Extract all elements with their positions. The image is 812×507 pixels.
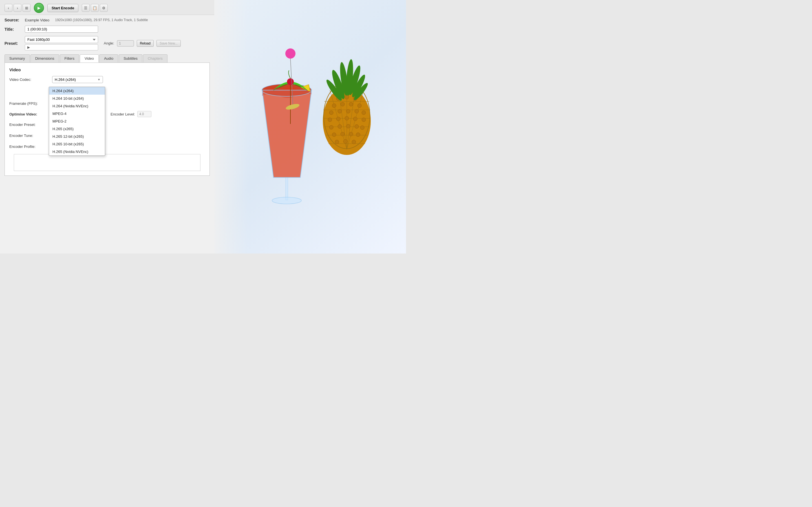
svg-point-26: [336, 117, 340, 121]
source-meta: 1920x1080 (1920x1080), 29.97 FPS, 1 Audi…: [55, 18, 148, 22]
svg-point-35: [332, 133, 336, 136]
preview-play-button[interactable]: ▶: [34, 3, 44, 13]
right-decoration: [214, 0, 406, 253]
source-row: Source: Example Video 1920x1080 (1920x10…: [0, 15, 214, 24]
svg-point-18: [349, 102, 353, 106]
svg-point-50: [272, 197, 301, 204]
svg-point-25: [328, 118, 332, 122]
angle-input[interactable]: [117, 40, 134, 47]
svg-point-19: [357, 104, 361, 108]
forward-button[interactable]: ›: [13, 4, 21, 12]
svg-point-29: [362, 118, 366, 122]
tab-filters[interactable]: Filters: [60, 54, 79, 62]
back-button[interactable]: ‹: [4, 4, 12, 12]
codec-option-h265-12bit[interactable]: H.265 12-bit (x265): [49, 133, 105, 140]
codec-option-h265-nvenc[interactable]: H.265 (Nvidia NVEnc): [49, 148, 105, 156]
video-panel: Video Video Codec: H.264 (x264) ▼ H.264 …: [4, 62, 210, 176]
queue-icon[interactable]: ☰: [82, 4, 90, 12]
source-label: Source:: [4, 18, 21, 22]
encoder-profile-label: Encoder Profile:: [9, 145, 49, 149]
svg-point-17: [341, 102, 345, 106]
tab-subtitles[interactable]: Subtitles: [119, 54, 142, 62]
codec-dropdown-arrow: ▼: [98, 78, 100, 81]
codec-option-h264-nvenc[interactable]: H.264 (Nvidia NVEnc): [49, 102, 105, 110]
summary-area: [14, 154, 200, 171]
encoder-preset-label: Encoder Preset:: [9, 122, 49, 127]
svg-point-27: [345, 116, 349, 120]
encoder-level-row: Encoder Level:: [110, 111, 151, 117]
start-encode-button[interactable]: Start Encode: [47, 4, 79, 12]
angle-label: Angle:: [104, 41, 114, 45]
preset-label: Preset:: [4, 41, 21, 46]
preset-row: Preset: Fast 1080p30 ▶ Angle: Reload Sav…: [0, 34, 214, 52]
codec-option-h265-10bit[interactable]: H.265 10-bit (x265): [49, 140, 105, 148]
nav-buttons: ‹ › ⊞: [4, 4, 31, 12]
codec-option-h265[interactable]: H.265 (x265): [49, 125, 105, 133]
activity-icon[interactable]: 📋: [91, 4, 99, 12]
reload-button[interactable]: Reload: [137, 40, 154, 47]
source-filename: Example Video: [25, 18, 49, 22]
optimise-row: Optimise Video: Fast Fast Decode Encoder…: [9, 111, 205, 117]
svg-point-24: [362, 111, 366, 115]
svg-point-23: [355, 109, 359, 113]
codec-option-mpeg2[interactable]: MPEG-2: [49, 117, 105, 125]
framerate-row: Framerate (FPS): Same as source 5 10 15 …: [9, 100, 205, 107]
svg-point-34: [360, 126, 364, 129]
video-codec-row: Video Codec: H.264 (x264) ▼ H.264 (x264)…: [9, 76, 205, 83]
codec-dropdown-menu: H.264 (x264) H.264 10-bit (x264) H.264 (…: [49, 87, 105, 156]
save-new-button[interactable]: Save New...: [156, 40, 181, 47]
svg-point-38: [356, 133, 360, 136]
svg-point-37: [349, 132, 353, 136]
svg-point-40: [343, 139, 347, 144]
header-bar: ‹ › ⊞ ▶ Start Encode ☰ 📋 ⚙: [0, 0, 214, 15]
svg-point-28: [353, 117, 357, 121]
title-label: Title:: [4, 27, 21, 32]
svg-point-31: [338, 124, 342, 128]
tab-chapters: Chapters: [143, 54, 167, 62]
codec-selected-value: H.264 (x264): [55, 77, 76, 82]
angle-reload-group: Angle: Reload Save New...: [104, 40, 181, 47]
settings-icon[interactable]: ⚙: [100, 4, 108, 12]
codec-option-h264[interactable]: H.264 (x264): [49, 87, 105, 95]
encoder-tune-row: Encoder Tune: None: [9, 132, 205, 139]
svg-point-33: [355, 124, 359, 128]
encoder-level-input[interactable]: [137, 111, 151, 117]
svg-point-16: [332, 104, 336, 108]
tab-summary[interactable]: Summary: [4, 54, 30, 62]
svg-point-30: [329, 125, 333, 129]
svg-point-32: [346, 124, 350, 128]
title-input[interactable]: [25, 25, 98, 33]
preset-path: ▶: [28, 45, 30, 49]
svg-point-61: [285, 48, 296, 59]
panel-title: Video: [9, 67, 205, 72]
title-row: Title:: [0, 24, 214, 34]
svg-rect-49: [286, 177, 288, 200]
codec-option-h264-10bit[interactable]: H.264 10-bit (x264): [49, 95, 105, 102]
tab-audio[interactable]: Audio: [99, 54, 118, 62]
tab-video[interactable]: Video: [80, 54, 99, 62]
svg-point-22: [346, 109, 350, 113]
preset-select[interactable]: Fast 1080p30: [25, 36, 98, 43]
svg-point-41: [352, 140, 356, 144]
svg-point-20: [329, 111, 333, 115]
svg-point-14: [345, 95, 349, 99]
encoder-level-label: Encoder Level:: [110, 112, 135, 116]
source-button[interactable]: ⊞: [22, 4, 31, 12]
video-codec-select[interactable]: H.264 (x264) ▼: [52, 76, 103, 83]
tab-dimensions[interactable]: Dimensions: [31, 54, 59, 62]
svg-point-21: [338, 109, 342, 113]
tabs-bar: Summary Dimensions Filters Video Audio S…: [0, 52, 214, 62]
framerate-label: Framerate (FPS):: [9, 101, 49, 106]
encoder-profile-row: Encoder Profile: Main: [9, 143, 205, 150]
cocktail-image-area: [243, 28, 384, 225]
svg-point-36: [341, 132, 345, 136]
encoder-tune-label: Encoder Tune:: [9, 133, 49, 138]
svg-point-60: [287, 78, 294, 85]
toolbar-icons: ☰ 📋 ⚙: [82, 4, 108, 12]
encoder-preset-row: Encoder Preset: Fast: [9, 121, 205, 128]
svg-point-39: [335, 140, 339, 144]
optimise-label: Optimise Video:: [9, 112, 49, 116]
video-codec-label: Video Codec:: [9, 77, 49, 82]
main-panel: ‹ › ⊞ ▶ Start Encode ☰ 📋 ⚙ Source: Examp…: [0, 0, 214, 253]
codec-option-mpeg4[interactable]: MPEG-4: [49, 110, 105, 117]
